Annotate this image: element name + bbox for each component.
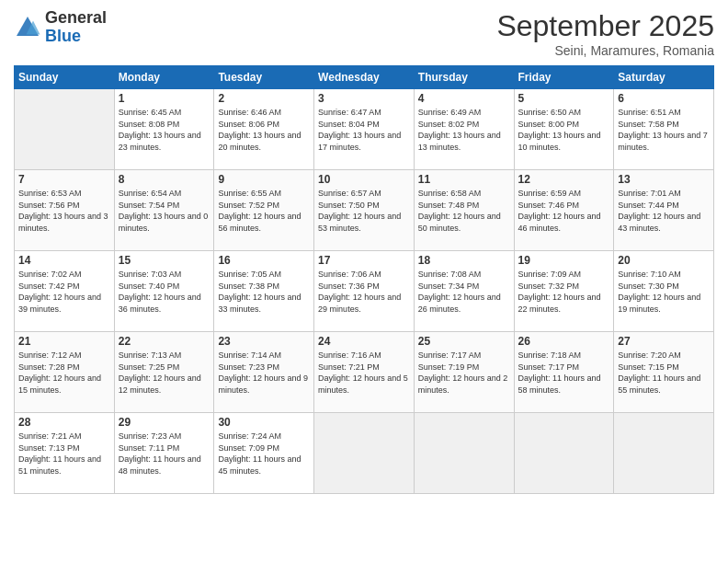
day-info: Sunrise: 6:57 AMSunset: 7:50 PMDaylight:… xyxy=(318,188,410,234)
calendar-cell: 23Sunrise: 7:14 AMSunset: 7:23 PMDayligh… xyxy=(214,332,314,413)
calendar-cell xyxy=(15,89,115,170)
calendar-cell: 25Sunrise: 7:17 AMSunset: 7:19 PMDayligh… xyxy=(414,332,514,413)
day-number: 14 xyxy=(18,254,110,267)
day-info: Sunrise: 7:20 AMSunset: 7:15 PMDaylight:… xyxy=(618,350,710,396)
calendar-cell: 9Sunrise: 6:55 AMSunset: 7:52 PMDaylight… xyxy=(214,170,314,251)
calendar-cell: 7Sunrise: 6:53 AMSunset: 7:56 PMDaylight… xyxy=(15,170,115,251)
calendar-cell: 14Sunrise: 7:02 AMSunset: 7:42 PMDayligh… xyxy=(15,251,115,332)
calendar-cell: 3Sunrise: 6:47 AMSunset: 8:04 PMDaylight… xyxy=(314,89,415,170)
calendar-week-row: 14Sunrise: 7:02 AMSunset: 7:42 PMDayligh… xyxy=(15,251,714,332)
day-info: Sunrise: 7:24 AMSunset: 7:09 PMDaylight:… xyxy=(218,431,310,477)
calendar-cell xyxy=(414,413,514,494)
day-info: Sunrise: 7:21 AMSunset: 7:13 PMDaylight:… xyxy=(18,431,110,477)
calendar-week-row: 21Sunrise: 7:12 AMSunset: 7:28 PMDayligh… xyxy=(15,332,714,413)
day-info: Sunrise: 7:10 AMSunset: 7:30 PMDaylight:… xyxy=(618,269,710,315)
calendar-cell xyxy=(514,413,614,494)
weekday-header-tuesday: Tuesday xyxy=(214,66,314,89)
day-info: Sunrise: 6:54 AMSunset: 7:54 PMDaylight:… xyxy=(119,188,210,234)
calendar-cell: 29Sunrise: 7:23 AMSunset: 7:11 PMDayligh… xyxy=(114,413,214,494)
header: General Blue September 2025 Seini, Maram… xyxy=(14,9,714,58)
day-number: 30 xyxy=(218,416,310,429)
day-number: 13 xyxy=(618,173,710,186)
day-number: 8 xyxy=(119,173,210,186)
day-info: Sunrise: 7:18 AMSunset: 7:17 PMDaylight:… xyxy=(518,350,610,396)
calendar-cell: 11Sunrise: 6:58 AMSunset: 7:48 PMDayligh… xyxy=(414,170,514,251)
calendar-cell: 5Sunrise: 6:50 AMSunset: 8:00 PMDaylight… xyxy=(514,89,614,170)
day-info: Sunrise: 6:47 AMSunset: 8:04 PMDaylight:… xyxy=(318,107,410,153)
calendar-cell: 15Sunrise: 7:03 AMSunset: 7:40 PMDayligh… xyxy=(114,251,214,332)
day-info: Sunrise: 6:49 AMSunset: 8:02 PMDaylight:… xyxy=(418,107,510,153)
weekday-header-row: SundayMondayTuesdayWednesdayThursdayFrid… xyxy=(15,66,714,89)
weekday-header-sunday: Sunday xyxy=(15,66,115,89)
day-info: Sunrise: 7:09 AMSunset: 7:32 PMDaylight:… xyxy=(518,269,610,315)
calendar-cell: 12Sunrise: 6:59 AMSunset: 7:46 PMDayligh… xyxy=(514,170,614,251)
day-info: Sunrise: 7:01 AMSunset: 7:44 PMDaylight:… xyxy=(618,188,710,234)
day-number: 28 xyxy=(18,416,110,429)
calendar-cell: 13Sunrise: 7:01 AMSunset: 7:44 PMDayligh… xyxy=(614,170,714,251)
day-number: 6 xyxy=(618,92,710,105)
day-number: 22 xyxy=(119,335,210,348)
day-number: 24 xyxy=(318,335,410,348)
logo-icon xyxy=(14,14,41,41)
logo-text: General Blue xyxy=(45,9,107,46)
day-info: Sunrise: 6:58 AMSunset: 7:48 PMDaylight:… xyxy=(418,188,510,234)
calendar-cell: 18Sunrise: 7:08 AMSunset: 7:34 PMDayligh… xyxy=(414,251,514,332)
day-number: 21 xyxy=(18,335,110,348)
calendar-cell: 22Sunrise: 7:13 AMSunset: 7:25 PMDayligh… xyxy=(114,332,214,413)
day-number: 27 xyxy=(618,335,710,348)
calendar-cell: 2Sunrise: 6:46 AMSunset: 8:06 PMDaylight… xyxy=(214,89,314,170)
day-number: 2 xyxy=(218,92,310,105)
day-number: 12 xyxy=(518,173,610,186)
calendar-cell: 1Sunrise: 6:45 AMSunset: 8:08 PMDaylight… xyxy=(114,89,214,170)
day-info: Sunrise: 6:59 AMSunset: 7:46 PMDaylight:… xyxy=(518,188,610,234)
weekday-header-friday: Friday xyxy=(514,66,614,89)
day-number: 29 xyxy=(119,416,210,429)
day-number: 1 xyxy=(119,92,210,105)
calendar-table: SundayMondayTuesdayWednesdayThursdayFrid… xyxy=(14,65,714,494)
day-info: Sunrise: 7:12 AMSunset: 7:28 PMDaylight:… xyxy=(18,350,110,396)
day-info: Sunrise: 7:06 AMSunset: 7:36 PMDaylight:… xyxy=(318,269,410,315)
page: General Blue September 2025 Seini, Maram… xyxy=(0,0,728,563)
day-info: Sunrise: 6:55 AMSunset: 7:52 PMDaylight:… xyxy=(218,188,310,234)
day-number: 11 xyxy=(418,173,510,186)
day-info: Sunrise: 7:17 AMSunset: 7:19 PMDaylight:… xyxy=(418,350,510,396)
weekday-header-thursday: Thursday xyxy=(414,66,514,89)
day-info: Sunrise: 7:13 AMSunset: 7:25 PMDaylight:… xyxy=(119,350,210,396)
day-number: 15 xyxy=(119,254,210,267)
weekday-header-monday: Monday xyxy=(114,66,214,89)
day-number: 7 xyxy=(18,173,110,186)
day-number: 19 xyxy=(518,254,610,267)
calendar-cell: 26Sunrise: 7:18 AMSunset: 7:17 PMDayligh… xyxy=(514,332,614,413)
day-number: 4 xyxy=(418,92,510,105)
title-block: September 2025 Seini, Maramures, Romania xyxy=(496,9,714,58)
day-number: 26 xyxy=(518,335,610,348)
day-info: Sunrise: 7:23 AMSunset: 7:11 PMDaylight:… xyxy=(119,431,210,477)
day-number: 3 xyxy=(318,92,410,105)
day-info: Sunrise: 7:02 AMSunset: 7:42 PMDaylight:… xyxy=(18,269,110,315)
subtitle: Seini, Maramures, Romania xyxy=(496,43,714,58)
calendar-cell: 20Sunrise: 7:10 AMSunset: 7:30 PMDayligh… xyxy=(614,251,714,332)
calendar-week-row: 7Sunrise: 6:53 AMSunset: 7:56 PMDaylight… xyxy=(15,170,714,251)
day-info: Sunrise: 7:03 AMSunset: 7:40 PMDaylight:… xyxy=(119,269,210,315)
day-info: Sunrise: 6:53 AMSunset: 7:56 PMDaylight:… xyxy=(18,188,110,234)
day-info: Sunrise: 7:05 AMSunset: 7:38 PMDaylight:… xyxy=(218,269,310,315)
calendar-cell: 30Sunrise: 7:24 AMSunset: 7:09 PMDayligh… xyxy=(214,413,314,494)
calendar-week-row: 28Sunrise: 7:21 AMSunset: 7:13 PMDayligh… xyxy=(15,413,714,494)
calendar-cell xyxy=(314,413,415,494)
calendar-cell: 6Sunrise: 6:51 AMSunset: 7:58 PMDaylight… xyxy=(614,89,714,170)
logo-blue-text: Blue xyxy=(45,28,107,46)
day-number: 25 xyxy=(418,335,510,348)
day-info: Sunrise: 7:08 AMSunset: 7:34 PMDaylight:… xyxy=(418,269,510,315)
weekday-header-saturday: Saturday xyxy=(614,66,714,89)
day-number: 5 xyxy=(518,92,610,105)
logo-general-text: General xyxy=(45,9,107,28)
calendar-cell: 24Sunrise: 7:16 AMSunset: 7:21 PMDayligh… xyxy=(314,332,415,413)
weekday-header-wednesday: Wednesday xyxy=(314,66,415,89)
calendar-cell xyxy=(614,413,714,494)
calendar-cell: 27Sunrise: 7:20 AMSunset: 7:15 PMDayligh… xyxy=(614,332,714,413)
calendar-cell: 8Sunrise: 6:54 AMSunset: 7:54 PMDaylight… xyxy=(114,170,214,251)
day-info: Sunrise: 6:51 AMSunset: 7:58 PMDaylight:… xyxy=(618,107,710,153)
day-number: 10 xyxy=(318,173,410,186)
day-info: Sunrise: 6:50 AMSunset: 8:00 PMDaylight:… xyxy=(518,107,610,153)
calendar-cell: 4Sunrise: 6:49 AMSunset: 8:02 PMDaylight… xyxy=(414,89,514,170)
